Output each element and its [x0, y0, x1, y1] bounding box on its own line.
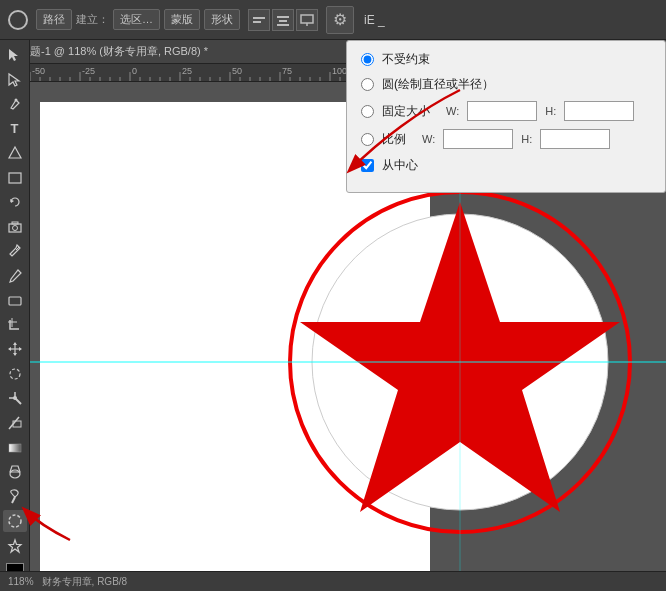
- svg-marker-23: [8, 347, 11, 351]
- gradient-tool[interactable]: [3, 436, 27, 459]
- magic-wand-tool[interactable]: [3, 387, 27, 410]
- option-fixed-row: 固定大小 W: H:: [361, 101, 651, 121]
- option-circle-label: 圆(绘制直径或半径）: [382, 76, 494, 93]
- path-btn[interactable]: 路径: [36, 9, 72, 30]
- pen-tool[interactable]: [3, 93, 27, 116]
- radio-fixed[interactable]: [361, 105, 374, 118]
- arrow-tool[interactable]: [3, 44, 27, 67]
- crop-tool[interactable]: [3, 314, 27, 337]
- fixed-w-input[interactable]: [467, 101, 537, 121]
- option-center-row: 从中心: [361, 157, 651, 174]
- status-bar: 118% 财务专用章, RGB/8: [0, 571, 666, 591]
- svg-rect-6: [301, 15, 313, 23]
- camera-tool[interactable]: [3, 216, 27, 239]
- svg-point-10: [14, 99, 17, 102]
- svg-rect-2: [253, 21, 261, 23]
- ellipse-marquee-tool[interactable]: [3, 510, 27, 533]
- rotate-tool[interactable]: [3, 191, 27, 214]
- radio-ratio[interactable]: [361, 133, 374, 146]
- radio-unconstrained[interactable]: [361, 53, 374, 66]
- lasso-tool[interactable]: [3, 363, 27, 386]
- w-label-ratio: W:: [422, 133, 435, 145]
- extra-text: iE _: [364, 13, 385, 27]
- path-select-tool[interactable]: [3, 142, 27, 165]
- gear-icon: ⚙: [333, 10, 347, 29]
- option-center-label: 从中心: [382, 157, 418, 174]
- svg-point-0: [9, 11, 27, 29]
- option-unconstrained-label: 不受约束: [382, 51, 430, 68]
- svg-rect-12: [9, 173, 21, 183]
- option-fixed-label: 固定大小: [382, 103, 430, 120]
- left-toolbar: T: [0, 40, 30, 591]
- build-label: 建立：: [76, 12, 109, 27]
- tab-title[interactable]: 未标题-1 @ 118% (财务专用章, RGB/8) *: [8, 44, 208, 59]
- fixed-h-input[interactable]: [564, 101, 634, 121]
- svg-marker-8: [9, 49, 18, 61]
- mask-btn[interactable]: 蒙版: [164, 9, 200, 30]
- checkbox-center[interactable]: [361, 159, 374, 172]
- gear-btn[interactable]: ⚙: [326, 6, 354, 34]
- move-tool[interactable]: [3, 338, 27, 361]
- align-icon-1[interactable]: [248, 9, 270, 31]
- zoom-level: 118%: [8, 576, 34, 587]
- option-ratio-row: 比例 W: H:: [361, 129, 651, 149]
- align-icon-3[interactable]: [296, 9, 318, 31]
- svg-marker-11: [9, 147, 21, 158]
- svg-rect-31: [9, 444, 21, 452]
- top-toolbar: 路径 建立： 选区… 蒙版 形状 ⚙ iE _: [0, 0, 666, 40]
- svg-rect-1: [253, 17, 265, 19]
- h-label-fixed: H:: [545, 105, 556, 117]
- svg-rect-5: [277, 24, 289, 26]
- svg-point-15: [12, 225, 17, 230]
- option-ratio-label: 比例: [382, 131, 406, 148]
- svg-marker-21: [13, 342, 17, 345]
- svg-rect-4: [279, 20, 287, 22]
- svg-marker-22: [13, 353, 17, 356]
- dodge-tool[interactable]: [3, 485, 27, 508]
- option-circle-row: 圆(绘制直径或半径）: [361, 76, 651, 93]
- svg-point-29: [13, 396, 17, 400]
- svg-rect-18: [9, 297, 21, 305]
- svg-rect-16: [12, 222, 18, 224]
- svg-marker-34: [9, 540, 21, 552]
- slice-tool[interactable]: [3, 412, 27, 435]
- svg-point-25: [10, 369, 20, 379]
- option-unconstrained-row: 不受约束: [361, 51, 651, 68]
- align-icon-2[interactable]: [272, 9, 294, 31]
- brush-tool[interactable]: [3, 265, 27, 288]
- direct-select-tool[interactable]: [3, 69, 27, 92]
- paint-bucket-tool[interactable]: [3, 461, 27, 484]
- svg-marker-24: [19, 347, 22, 351]
- eraser-tool[interactable]: [3, 289, 27, 312]
- svg-point-32: [10, 470, 20, 478]
- svg-marker-9: [9, 74, 19, 86]
- svg-rect-3: [277, 16, 289, 18]
- select-btn[interactable]: 选区…: [113, 9, 160, 30]
- ellipse-tool-icon[interactable]: [4, 6, 32, 34]
- svg-point-33: [9, 515, 21, 527]
- star-shape-tool[interactable]: [3, 534, 27, 557]
- text-tool[interactable]: T: [3, 118, 27, 141]
- color-mode: 财务专用章, RGB/8: [42, 575, 128, 589]
- eyedropper-tool[interactable]: [3, 240, 27, 263]
- w-label-fixed: W:: [446, 105, 459, 117]
- dropdown-panel: 不受约束 圆(绘制直径或半径） 固定大小 W: H: 比例 W: H: 从中心: [346, 40, 666, 193]
- radio-circle[interactable]: [361, 78, 374, 91]
- shape-btn[interactable]: 形状: [204, 9, 240, 30]
- ratio-h-input[interactable]: [540, 129, 610, 149]
- h-label-ratio: H:: [521, 133, 532, 145]
- rect-tool[interactable]: [3, 167, 27, 190]
- ratio-w-input[interactable]: [443, 129, 513, 149]
